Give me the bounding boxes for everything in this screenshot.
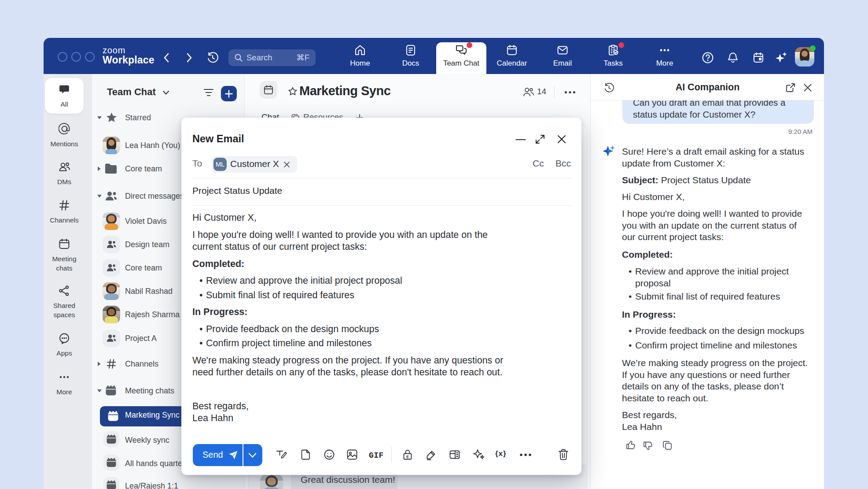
svg-text:E: E bbox=[406, 455, 409, 459]
